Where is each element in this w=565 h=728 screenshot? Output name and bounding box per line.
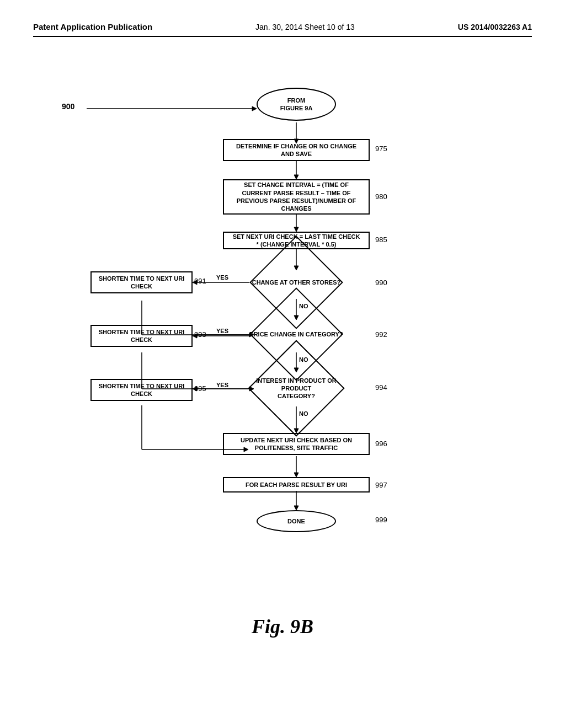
node-991: SHORTEN TIME TO NEXT URI CHECK xyxy=(90,271,193,293)
ref-999: 999 xyxy=(375,516,387,524)
node-980: SET CHANGE INTERVAL = (TIME OFCURRENT PA… xyxy=(223,179,370,215)
ref-980: 980 xyxy=(375,192,387,201)
node-995: SHORTEN TIME TO NEXT URI CHECK xyxy=(90,379,193,401)
page-header: Patent Application Publication Jan. 30, … xyxy=(33,22,532,37)
node-996: UPDATE NEXT URI CHECK BASED ONPOLITENESS… xyxy=(223,433,370,455)
ref-995: 995 xyxy=(194,384,206,393)
header-center: Jan. 30, 2014 Sheet 10 of 13 xyxy=(255,23,355,31)
flowchart: 900 xyxy=(45,53,520,583)
svg-marker-35 xyxy=(294,506,299,510)
header-left: Patent Application Publication xyxy=(33,22,152,31)
ref-900-label: 900 xyxy=(62,102,74,111)
header-right: US 2014/0032263 A1 xyxy=(458,23,532,31)
ref-991: 991 xyxy=(194,277,206,285)
ref-997: 997 xyxy=(375,481,387,489)
from-figure-9a: FROMFIGURE 9A xyxy=(257,88,336,121)
svg-marker-1 xyxy=(252,106,257,111)
label-yes-990: YES xyxy=(216,274,228,281)
node-994: INTEREST IN PRODUCT OR PRODUCTCATEGORY? xyxy=(249,370,343,407)
node-975: DETERMINE IF CHANGE OR NO CHANGEAND SAVE xyxy=(223,139,370,161)
ref-996: 996 xyxy=(375,440,387,448)
page: Patent Application Publication Jan. 30, … xyxy=(0,0,565,728)
svg-marker-33 xyxy=(294,473,299,477)
node-993: SHORTEN TIME TO NEXT URI CHECK xyxy=(90,325,193,347)
ref-985: 985 xyxy=(375,235,387,244)
ref-993: 993 xyxy=(194,330,206,339)
node-999: DONE xyxy=(257,510,336,532)
ref-992: 992 xyxy=(375,330,387,339)
label-yes-994: YES xyxy=(216,382,228,388)
ref-975: 975 xyxy=(375,144,387,153)
ref-990: 990 xyxy=(375,279,387,287)
label-yes-992: YES xyxy=(216,328,228,334)
ref-994: 994 xyxy=(375,383,387,392)
svg-marker-7 xyxy=(294,227,299,232)
node-997: FOR EACH PARSE RESULT BY URI xyxy=(223,477,370,493)
figure-label: Fig. 9B xyxy=(252,615,313,638)
svg-marker-5 xyxy=(294,175,299,179)
